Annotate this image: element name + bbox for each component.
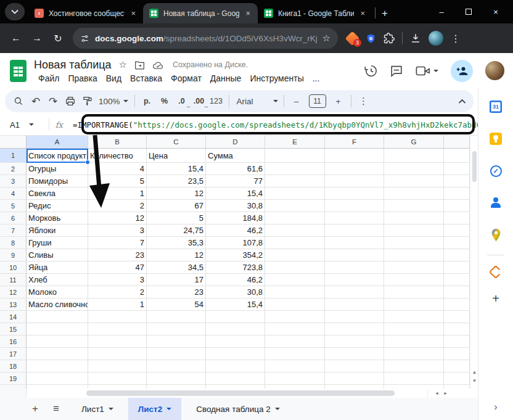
cell-G8[interactable] [384, 237, 444, 249]
zoom-select[interactable]: 100% [96, 93, 131, 110]
cell-G7[interactable] [384, 224, 444, 237]
cell-H12[interactable] [444, 286, 470, 299]
row-header-10[interactable]: 10 [0, 261, 27, 274]
cell-F11[interactable] [325, 274, 384, 286]
cell-G5[interactable] [384, 200, 444, 212]
cell-H14[interactable] [444, 311, 470, 323]
cell-E3[interactable] [265, 175, 325, 187]
star-document-icon[interactable]: ☆ [119, 59, 127, 70]
cell-A16[interactable] [27, 336, 88, 348]
cell-D5[interactable]: 30,8 [206, 200, 265, 212]
cell-A4[interactable]: Свекла [27, 187, 88, 200]
get-addons-button[interactable]: + [478, 285, 513, 312]
cell-D19[interactable] [206, 373, 265, 385]
browser-tab[interactable]: Хостинговое сообщество× [28, 3, 143, 23]
cell-F14[interactable] [325, 311, 384, 323]
cell-E1[interactable] [265, 149, 325, 163]
collapse-toolbar-icon[interactable] [458, 99, 466, 104]
fill-handle[interactable] [85, 160, 90, 165]
cell-H8[interactable] [444, 237, 470, 249]
browser-profile-avatar[interactable] [429, 31, 443, 46]
menu-item[interactable]: Вид [102, 73, 126, 83]
cell-H15[interactable] [444, 323, 470, 336]
cell-E11[interactable] [265, 274, 325, 286]
cell-C10[interactable]: 34,5 [147, 261, 206, 274]
cell-C17[interactable] [147, 348, 206, 360]
cell-A17[interactable] [27, 348, 88, 360]
cell-A15[interactable] [27, 323, 88, 336]
bookmark-star-icon[interactable]: ☆ [322, 33, 330, 44]
google-keep-icon[interactable] [478, 123, 513, 155]
row-header-4[interactable]: 4 [0, 187, 27, 200]
cell-G14[interactable] [384, 311, 444, 323]
cell-D1[interactable]: Сумма [206, 149, 265, 163]
print-icon[interactable] [62, 93, 79, 110]
cell-D13[interactable]: 15,4 [206, 299, 265, 311]
cell-H1[interactable] [444, 149, 470, 163]
column-header-B[interactable]: B [88, 136, 147, 149]
font-select[interactable]: Arial [233, 93, 280, 110]
menu-item[interactable]: Формат [166, 73, 206, 83]
cell-B17[interactable] [88, 348, 147, 360]
shield-extension-icon[interactable]: B [366, 33, 376, 44]
toolbar-more-icon[interactable]: ⋮ [355, 93, 372, 110]
sheet-tab-caret-icon[interactable] [166, 408, 171, 410]
cell-C3[interactable]: 23,5 [147, 175, 206, 187]
cell-E12[interactable] [265, 286, 325, 299]
row-header-5[interactable]: 5 [0, 200, 27, 212]
row-header-6[interactable]: 6 [0, 212, 27, 224]
cell-G15[interactable] [384, 323, 444, 336]
cell-B1[interactable]: Количество [88, 149, 147, 163]
cell-C2[interactable]: 15,4 [147, 163, 206, 175]
cell-B14[interactable] [88, 311, 147, 323]
tab-close-icon[interactable]: × [244, 9, 252, 18]
cell-F19[interactable] [325, 373, 384, 385]
cell-D12[interactable]: 30,8 [206, 286, 265, 299]
cell-B3[interactable]: 5 [88, 175, 147, 187]
google-contacts-icon[interactable] [478, 187, 513, 219]
cell-A18[interactable] [27, 360, 88, 373]
cell-F18[interactable] [325, 360, 384, 373]
cell-H6[interactable] [444, 212, 470, 224]
cell-F2[interactable] [325, 163, 384, 175]
collapse-side-panel-icon[interactable]: › [494, 401, 497, 413]
cell-F1[interactable] [325, 149, 384, 163]
cell-D9[interactable]: 354,2 [206, 249, 265, 261]
cell-D8[interactable]: 107,8 [206, 237, 265, 249]
cell-E2[interactable] [265, 163, 325, 175]
cell-E14[interactable] [265, 311, 325, 323]
increase-font-size-button[interactable]: + [330, 93, 347, 110]
cell-E15[interactable] [265, 323, 325, 336]
cell-F5[interactable] [325, 200, 384, 212]
cell-G10[interactable] [384, 261, 444, 274]
cell-H10[interactable] [444, 261, 470, 274]
row-header-8[interactable]: 8 [0, 237, 27, 249]
comments-icon[interactable] [390, 64, 403, 78]
cell-C16[interactable] [147, 336, 206, 348]
cell-H4[interactable] [444, 187, 470, 200]
cell-A1[interactable]: Список продуктов [27, 149, 88, 163]
cell-G11[interactable] [384, 274, 444, 286]
cell-E7[interactable] [265, 224, 325, 237]
cell-G12[interactable] [384, 286, 444, 299]
cell-H18[interactable] [444, 360, 470, 373]
paint-format-icon[interactable] [79, 93, 96, 110]
menu-item[interactable]: Данные [206, 73, 246, 83]
row-header-7[interactable]: 7 [0, 224, 27, 237]
format-currency-button[interactable]: р. [139, 93, 156, 110]
cell-G2[interactable] [384, 163, 444, 175]
cell-C18[interactable] [147, 360, 206, 373]
cell-A7[interactable]: Яблоки [27, 224, 88, 237]
cell-F12[interactable] [325, 286, 384, 299]
tab-search-button[interactable] [5, 3, 25, 20]
move-folder-icon[interactable] [134, 60, 145, 70]
tab-close-icon[interactable]: × [359, 9, 366, 18]
extensions-puzzle-icon[interactable] [384, 33, 395, 44]
menu-item[interactable]: ... [308, 73, 324, 83]
close-button[interactable]: × [482, 0, 509, 23]
cell-D10[interactable]: 723,8 [206, 261, 265, 274]
row-header-3[interactable]: 3 [0, 175, 27, 187]
cell-D17[interactable] [206, 348, 265, 360]
google-maps-icon[interactable] [478, 219, 513, 251]
select-all-corner[interactable] [0, 136, 27, 149]
